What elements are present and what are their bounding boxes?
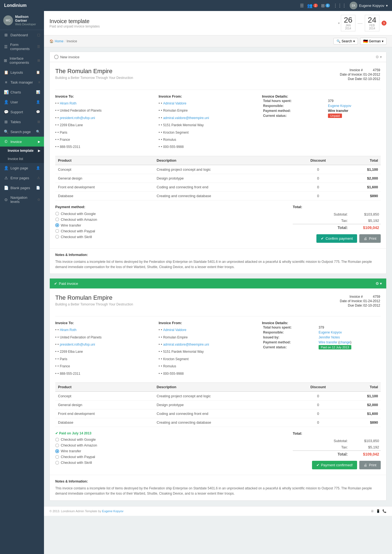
radio-2-checkout-amazon[interactable]: Checkout with Amazon xyxy=(55,443,293,447)
radio-checkout-google[interactable]: Checkout with Google xyxy=(55,212,293,216)
page-header: Invoice template Paid and unpaid invoice… xyxy=(44,11,392,35)
subtotal-2-label: Subtotal: xyxy=(293,438,353,444)
sidebar-item-tables[interactable]: ⊞ Tables ⊞ xyxy=(0,117,44,127)
list-item: • 888-555-2311 xyxy=(55,144,154,150)
bullet-icon: • xyxy=(57,371,59,376)
sidebar-item-form-components[interactable]: ☰ Form components ☰ xyxy=(0,40,44,54)
radio-checkout-paypal[interactable]: Checkout with Paypal xyxy=(55,229,293,233)
date-start-day: 26 xyxy=(344,16,352,24)
invoice-1-company-tagline: Building a Better Tomorrow Through Your … xyxy=(55,76,381,80)
bullet-icon: • xyxy=(57,335,59,340)
bullet-icon: • xyxy=(161,356,162,362)
app-layout: MG Madison Gartner Web Developer ⊞ Dashb… xyxy=(0,11,392,554)
sidebar-user-name: Madison Gartner xyxy=(15,15,41,23)
users-icon-btn[interactable]: 👥 2 xyxy=(307,3,318,8)
confirm-payment-button[interactable]: ✔ Confirm payment xyxy=(316,234,357,243)
footer-author-link[interactable]: Eugene Kopyov xyxy=(102,509,123,513)
print-button-1[interactable]: 🖨 Print xyxy=(359,234,381,243)
grid-icon-btn[interactable]: ⊞ 6 xyxy=(321,3,330,8)
invoice-2-settings-button[interactable]: ⚙ ▾ xyxy=(376,281,382,286)
invoice-2-from-title: Invoice From: xyxy=(159,321,258,325)
invoice-1-info-row: Invoice To: • Hiram Roth • United Federa… xyxy=(55,90,381,151)
sidebar-item-search-page[interactable]: 🔍 Search page 🔍 xyxy=(0,127,44,137)
sidebar-item-charts[interactable]: 📊 Charts 📊 xyxy=(0,87,44,97)
email-1-link[interactable]: president.roth@ufop.uni xyxy=(60,115,95,121)
invoice-chevron-icon: ▶ xyxy=(38,140,40,144)
radio-2-wire-transfer[interactable]: Wire transfer xyxy=(55,449,293,453)
radio-skrill-icon xyxy=(55,235,59,239)
email-2-link[interactable]: admiral.valdore@theempire.uni xyxy=(163,115,209,121)
sidebar-sub-invoice: Invoice template ▶ Invoice list xyxy=(0,147,44,163)
admiral-valdore-link[interactable]: Admiral Valdore xyxy=(163,101,186,106)
breadcrumb-separator: / xyxy=(65,39,65,43)
sidebar-sub-item-template[interactable]: Invoice template ▶ xyxy=(0,147,44,155)
admiral-valdore-link-2[interactable]: Admiral Valdore xyxy=(163,327,186,333)
email-4-link[interactable]: admiral.valdore@theempire.uni xyxy=(163,342,209,347)
list-item: • Admiral Valdore xyxy=(159,101,258,106)
radio-amazon-icon xyxy=(55,217,59,221)
invoice-1-payment-total: Payment method: Checkout with Google Che… xyxy=(55,205,381,243)
email-3-link[interactable]: president.roth@ufop.uni xyxy=(60,342,95,347)
blank-icon-right: 📄 xyxy=(36,186,40,190)
print-button-2[interactable]: 🖨 Print xyxy=(359,461,381,469)
home-icon: 🏠 xyxy=(49,39,54,43)
sidebar-item-task-manager[interactable]: ≡ Task manager ≡ xyxy=(0,77,44,87)
radio-paypal-icon xyxy=(55,229,59,233)
error-icon-right: ⚠ xyxy=(37,176,40,180)
invoice-1-settings-button[interactable]: ⚙ ▾ xyxy=(376,55,382,59)
confirmed-label: Payment confirmed! xyxy=(321,463,353,467)
language-flag-icon: 🇩🇪 xyxy=(363,39,368,43)
payment-change-link[interactable]: change xyxy=(339,340,350,344)
topnav: Londinium ☰ 👥 2 ⊞ 6 ⋮⋮⋮ EK Eugene Kopyov… xyxy=(0,0,392,11)
subtotal-label: Subtotal: xyxy=(293,211,353,217)
hours-2-label: Total hours spent: xyxy=(262,325,318,330)
issued-val: Jennifer Notes xyxy=(318,335,381,340)
radio-2-checkout-paypal[interactable]: Checkout with Paypal xyxy=(55,455,293,459)
apps-icon-btn[interactable]: ⋮⋮⋮ xyxy=(333,3,346,8)
invoice-2-action-buttons: ✔ Payment confirmed! 🖨 Print xyxy=(293,461,381,469)
sidebar-item-dashboard[interactable]: ⊞ Dashboard ▢ xyxy=(0,30,44,40)
breadcrumb-home[interactable]: Home xyxy=(55,39,64,43)
payment-confirmed-button[interactable]: ✔ Payment confirmed! xyxy=(312,461,357,469)
footer-phone-icon: 📞 xyxy=(382,509,387,513)
sidebar-item-invoice[interactable]: © Invoice ▶ xyxy=(0,137,44,147)
language-button[interactable]: 🇩🇪 German ▾ xyxy=(360,38,387,45)
user-icon-right: 👤 xyxy=(36,100,40,104)
radio-2-checkout-skrill[interactable]: Checkout with Skrill xyxy=(55,461,293,465)
sidebar-item-blank[interactable]: 📄 Blank pages 📄 xyxy=(0,183,44,193)
sidebar-item-user[interactable]: 👤 User 👤 xyxy=(0,97,44,107)
form-icon-right: ☰ xyxy=(37,45,40,49)
sidebar-sub-item-list[interactable]: Invoice list xyxy=(0,155,44,163)
list-item: • Paris xyxy=(55,130,154,135)
radio-wire-transfer[interactable]: Wire transfer xyxy=(55,223,293,227)
sidebar-item-navigation[interactable]: ⊙ Navigation levels ⊙ xyxy=(0,193,44,206)
confirm-icon: ✔ xyxy=(321,236,324,241)
invoice-1-body: Invoice # 4759 Date of Invoice: 01-24-20… xyxy=(50,62,386,248)
menu-icon-btn[interactable]: ☰ xyxy=(300,3,304,8)
notes-title-1: Notes & Information: xyxy=(55,252,381,258)
total-section-2: Total: Subtotal: $103,850 Tax: $5,192 xyxy=(293,431,381,469)
sidebar-item-interface-components[interactable]: ⊞ Interface components ⊞ xyxy=(0,54,44,67)
checkout-skrill-2-label: Checkout with Skrill xyxy=(61,461,92,465)
search-button[interactable]: 🔍 Search ▾ xyxy=(333,38,358,45)
breadcrumb-bar: 🏠 Home / Invoice 🔍 Search ▾ 🇩🇪 German ▾ xyxy=(44,35,392,47)
invoice-date-label: Date of Invoice: xyxy=(340,73,363,76)
radio-checkout-amazon[interactable]: Checkout with Amazon xyxy=(55,217,293,222)
sidebar-item-layouts[interactable]: 📋 Layouts 📋 xyxy=(0,67,44,77)
sidebar-item-login[interactable]: 👤 Login page 👤 xyxy=(0,163,44,173)
user-menu[interactable]: EK Eugene Kopyov ▾ xyxy=(350,2,388,9)
bullet-icon: • xyxy=(161,349,162,354)
topnav-icons: ☰ 👥 2 ⊞ 6 ⋮⋮⋮ EK Eugene Kopyov ▾ xyxy=(300,2,388,9)
sidebar-item-support[interactable]: 💬 Support 💬 xyxy=(0,107,44,117)
sidebar-item-error[interactable]: ⚠ Error pages ⚠ xyxy=(0,173,44,183)
login-icon-right: 👤 xyxy=(36,166,40,170)
radio-2-checkout-google[interactable]: Checkout with Google xyxy=(55,437,293,442)
paid-check-icon: ✔ xyxy=(54,282,57,286)
col-total-2: Total xyxy=(342,383,381,392)
radio-checkout-skrill[interactable]: Checkout with Skrill xyxy=(55,235,293,239)
sidebar-label-task: Task manager xyxy=(10,80,33,84)
invoice-2-to-title: Invoice To: xyxy=(55,321,154,325)
invoice-2-date: 01-24-2012 xyxy=(363,299,380,303)
hiram-roth-link[interactable]: Hiram Roth xyxy=(60,101,76,106)
hiram-roth-link-2[interactable]: Hiram Roth xyxy=(60,327,76,333)
